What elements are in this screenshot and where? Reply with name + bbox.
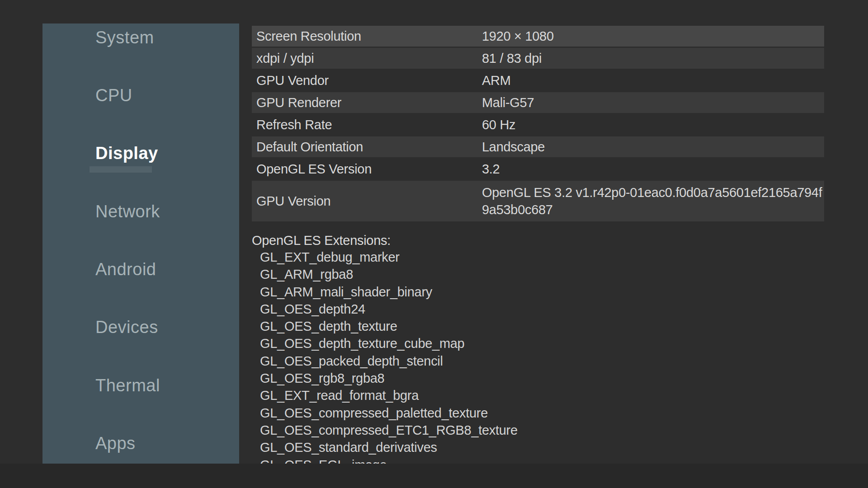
display-info-table: Screen Resolution 868 × 488 xdpi / ydp… [252,26,824,464]
selected-tab-underline [90,166,152,173]
info-row-refresh-rate[interactable]: Refresh Rate 60 Hz [252,114,824,135]
info-value: OpenGL ES 3.2 v1.r42p0-01eac0.f0d0a7a560… [482,184,824,218]
info-label: Screen Resolution [256,29,482,44]
info-label: Default Orientation [256,140,482,155]
info-row-gpu-renderer[interactable]: GPU Renderer Mali-G57 [252,92,824,113]
info-row-gpu-vendor[interactable]: GPU Vendor ARM [252,70,824,91]
info-value: Landscape [482,138,824,155]
extension-item: GL_EXT_debug_marker [260,249,824,266]
device-info-screen: System CPU Display Network Android Devic… [0,0,868,488]
bottom-margin [0,464,868,488]
info-value: 60 Hz [482,116,824,133]
info-value: 868 × 488 [482,28,824,45]
extensions-list: GL_EXT_debug_marker GL_ARM_rgba8 GL_ARM_… [252,249,824,464]
sidebar-item-devices[interactable]: Devices [95,316,158,338]
info-label: OpenGL ES Version [256,162,482,177]
extension-item: GL_OES_packed_depth_stencil [260,352,824,370]
info-value: 81 / 83 dpi [482,50,824,67]
extension-item: GL_OES_depth_texture_cube_map [260,335,824,352]
info-label: Refresh Rate [256,117,482,132]
sidebar-item-android[interactable]: Android [95,258,156,280]
info-row-gpu-version[interactable]: GPU Version OpenGL ES 3.2 v1.r42p0-01eac… [252,181,824,221]
info-row-xdpi-ydpi[interactable]: xdpi / ydpi 81 / 83 dpi [252,48,824,69]
extension-item: GL_OES_EGL_image [260,456,824,464]
sidebar-item-cpu[interactable]: CPU [95,84,132,106]
info-row-screen-resolution[interactable]: Screen Resolution 868 × 488 [252,26,824,47]
info-row-default-orientation[interactable]: Default Orientation Landscape [252,136,824,157]
info-value: 3.2 [482,160,824,178]
info-label: GPU Version [256,194,482,209]
extension-item: GL_OES_depth24 [260,300,824,318]
extension-item: GL_ARM_rgba8 [260,266,824,283]
sidebar-item-network[interactable]: Network [95,201,160,222]
sidebar-item-system[interactable]: System [95,27,154,48]
info-label: GPU Vendor [256,73,482,88]
extension-item: GL_OES_standard_derivatives [260,439,824,456]
info-label: GPU Renderer [256,95,482,110]
sidebar-item-thermal[interactable]: Thermal [95,375,160,396]
extension-item: GL_OES_compressed_paletted_texture [260,404,824,422]
info-row-opengl-es-version[interactable]: OpenGL ES Version 3.2 [252,159,824,179]
info-label: xdpi / ydpi [256,51,482,66]
sidebar: System CPU Display Network Android Devic… [42,23,239,464]
extension-item: GL_OES_compressed_ETC1_RGB8_texture [260,422,824,439]
extensions-header: OpenGL ES Extensions: [252,232,824,249]
extension-item: GL_OES_depth_texture [260,318,824,335]
sidebar-item-display[interactable]: Display [95,142,158,164]
extension-item: GL_EXT_read_format_bgra [260,387,824,404]
display-info-panel: Screen Resolution 868 × 488 xdpi / ydp… [239,23,868,464]
extension-item: GL_ARM_mali_shader_binary [260,283,824,300]
sidebar-item-apps[interactable]: Apps [95,432,136,454]
app-frame: System CPU Display Network Android Devic… [0,23,868,464]
info-value: ARM [482,72,824,89]
extension-item: GL_OES_rgb8_rgba8 [260,370,824,387]
info-value: Mali-G57 [482,94,824,111]
